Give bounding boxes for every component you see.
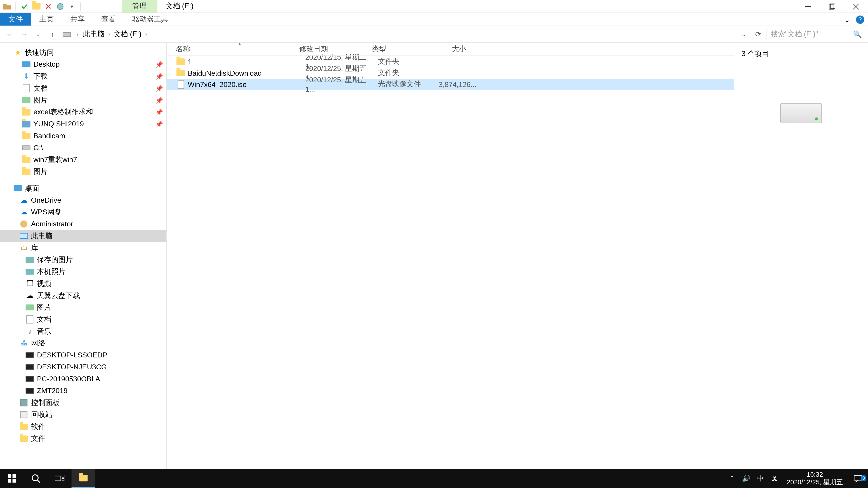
tree-network-pc-1[interactable]: DESKTOP-LSSOEDP	[0, 349, 166, 361]
table-row[interactable]: Win7x64_2020.iso 2020/12/25, 星期五 1... 光盘…	[167, 78, 734, 90]
tree-network-pc-2[interactable]: DESKTOP-NJEU3CG	[0, 361, 166, 373]
tree-software[interactable]: 软件	[0, 421, 166, 433]
properties-qat-icon[interactable]	[55, 2, 65, 11]
iso-file-icon	[176, 79, 185, 89]
tree-wps[interactable]: ☁WPS网盘	[0, 206, 166, 218]
folder-icon	[22, 155, 31, 164]
search-taskbar-button[interactable]	[24, 469, 48, 488]
quick-access-toolbar: ✕ ▾	[0, 2, 82, 11]
context-tab-manage[interactable]: 管理	[122, 0, 157, 13]
drive-preview-icon	[780, 103, 822, 123]
tab-drive-tools[interactable]: 驱动器工具	[124, 13, 176, 26]
tree-label: 图片	[33, 95, 48, 105]
tree-network[interactable]: 🖧网络	[0, 337, 166, 349]
tree-local-photos[interactable]: 本机照片	[0, 266, 166, 278]
ribbon-collapse-icon[interactable]: ⌄	[842, 14, 852, 25]
tree-recycle-bin[interactable]: 回收站	[0, 409, 166, 421]
tree-desktop-section[interactable]: 桌面	[0, 182, 166, 194]
tab-file[interactable]: 文件	[0, 13, 31, 26]
tab-view[interactable]: 查看	[93, 13, 124, 26]
clock[interactable]: 16:32 2020/12/25, 星期五	[782, 470, 848, 486]
tree-administrator[interactable]: Administrator	[0, 218, 166, 230]
tree-g-drive[interactable]: G:\	[0, 142, 166, 154]
task-view-button[interactable]	[48, 469, 71, 488]
up-button[interactable]: ↑	[46, 28, 59, 40]
crumb-this-pc[interactable]: 此电脑	[82, 29, 105, 39]
network-tray-icon[interactable]: 🖧	[768, 475, 782, 482]
minimize-button[interactable]	[796, 0, 820, 13]
cloud-icon: ☁	[25, 291, 35, 300]
tree-desktop[interactable]: Desktop📌	[0, 58, 166, 70]
table-row[interactable]: BaiduNetdiskDownload 2020/12/25, 星期五 1..…	[167, 67, 734, 78]
tree-label: ZMT2019	[37, 387, 67, 395]
column-header-size[interactable]: 大小	[433, 44, 468, 54]
tree-onedrive[interactable]: ☁OneDrive	[0, 194, 166, 206]
explorer-taskbar-button[interactable]	[71, 469, 95, 488]
cell-date: 2020/12/25, 星期五 1...	[305, 75, 378, 94]
tree-label: win7重装win7	[33, 155, 77, 165]
window-controls	[796, 0, 868, 13]
tree-excel-folder[interactable]: excel表格制作求和📌	[0, 106, 166, 118]
tree-control-panel[interactable]: 控制面板	[0, 397, 166, 409]
column-header-name[interactable]: 名称	[167, 44, 299, 54]
crumb-drive-e[interactable]: 文档 (E:)	[113, 29, 143, 39]
svg-rect-16	[62, 475, 64, 477]
recent-dropdown-icon[interactable]: ⌄	[32, 28, 44, 40]
tree-documents-2[interactable]: 文档	[0, 313, 166, 325]
delete-qat-icon[interactable]: ✕	[43, 2, 53, 11]
chevron-right-icon[interactable]: ›	[75, 31, 79, 37]
tree-label: 此电脑	[31, 231, 53, 241]
tree-label: Desktop	[33, 60, 60, 68]
title-bar: ✕ ▾ 管理 文档 (E:)	[0, 0, 868, 13]
computer-icon	[25, 374, 35, 384]
action-center-button[interactable]: 3	[848, 474, 868, 483]
tree-pictures[interactable]: 图片📌	[0, 94, 166, 106]
navigation-tree[interactable]: ★快速访问 Desktop📌 ⬇下载📌 文档📌 图片📌 excel表格制作求和📌…	[0, 43, 167, 476]
search-icon[interactable]: 🔍	[853, 30, 862, 38]
tree-pictures-2[interactable]: 图片	[0, 166, 166, 177]
forward-button[interactable]: →	[18, 28, 30, 40]
cell-size: 3,874,126...	[439, 80, 474, 89]
folder-icon	[176, 68, 185, 78]
chevron-right-icon[interactable]: ›	[107, 31, 111, 37]
ime-indicator[interactable]: 中	[753, 474, 768, 483]
tree-pictures-3[interactable]: 图片	[0, 301, 166, 313]
tree-quick-access[interactable]: ★快速访问	[0, 46, 166, 59]
tree-files[interactable]: 文件	[0, 432, 166, 445]
restore-button[interactable]	[820, 0, 844, 13]
folder-qat-icon[interactable]	[32, 2, 41, 11]
tree-this-pc[interactable]: 此电脑	[0, 230, 166, 242]
tab-home[interactable]: 主页	[31, 13, 62, 26]
tree-libraries[interactable]: 🗂库	[0, 242, 166, 254]
tree-bandicam[interactable]: Bandicam	[0, 130, 166, 142]
search-input[interactable]: 搜索"文档 (E:)" 🔍	[767, 28, 864, 40]
tree-yunqishi[interactable]: YUNQISHI2019📌	[0, 118, 166, 130]
tab-share[interactable]: 共享	[62, 13, 93, 26]
user-icon	[19, 219, 29, 229]
tree-network-pc-4[interactable]: ZMT2019	[0, 385, 166, 397]
close-button[interactable]	[844, 0, 868, 13]
column-header-type[interactable]: 类型	[372, 44, 433, 54]
tree-downloads[interactable]: ⬇下载📌	[0, 70, 166, 82]
help-icon[interactable]: ?	[856, 15, 864, 24]
table-row[interactable]: 1 2020/12/15, 星期二 1... 文件夹	[167, 56, 734, 67]
tree-videos[interactable]: 🎞视频	[0, 278, 166, 290]
back-button[interactable]: ←	[4, 28, 16, 40]
tree-tianyi[interactable]: ☁天翼云盘下载	[0, 290, 166, 302]
refresh-button[interactable]: ⟳	[752, 30, 764, 38]
volume-icon[interactable]: 🔊	[739, 475, 753, 482]
tree-documents[interactable]: 文档📌	[0, 82, 166, 94]
tree-label: DESKTOP-NJEU3CG	[37, 363, 107, 371]
tree-saved-pictures[interactable]: 保存的图片	[0, 254, 166, 266]
address-dropdown-icon[interactable]: ⌄	[738, 28, 750, 40]
tray-overflow-icon[interactable]: ⌃	[725, 475, 739, 482]
column-header-date[interactable]: 修改日期	[299, 44, 372, 54]
start-button[interactable]	[0, 469, 24, 488]
tree-network-pc-3[interactable]: PC-20190530OBLA	[0, 373, 166, 385]
qat-dropdown-icon[interactable]: ▾	[67, 2, 77, 11]
tree-win7-reinstall[interactable]: win7重装win7	[0, 154, 166, 166]
tree-music[interactable]: ♪音乐	[0, 325, 166, 337]
app-icon[interactable]	[2, 2, 12, 11]
checkbox-icon[interactable]	[20, 2, 29, 11]
chevron-right-icon[interactable]: ›	[144, 31, 148, 37]
